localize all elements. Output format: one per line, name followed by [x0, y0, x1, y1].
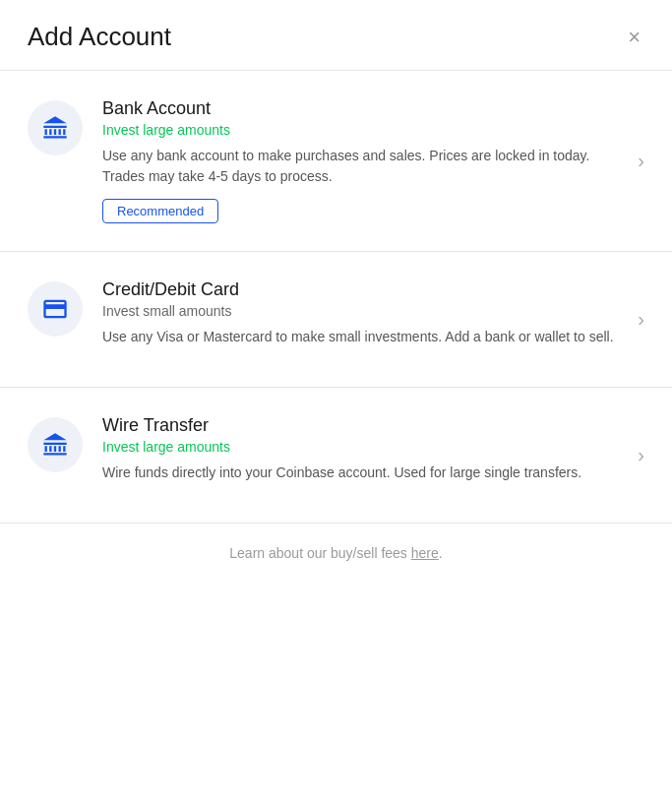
- item-description: Use any bank account to make purchases a…: [102, 146, 626, 187]
- accounts-list: Bank AccountInvest large amountsUse any …: [0, 71, 672, 524]
- close-button[interactable]: ×: [624, 23, 644, 52]
- chevron-right-icon: ›: [638, 308, 644, 331]
- account-item-bank-account[interactable]: Bank AccountInvest large amountsUse any …: [0, 71, 672, 252]
- account-item-credit-debit[interactable]: Credit/Debit CardInvest small amountsUse…: [0, 252, 672, 388]
- item-content: Bank AccountInvest large amountsUse any …: [102, 98, 626, 223]
- item-content: Wire TransferInvest large amountsWire fu…: [102, 415, 626, 495]
- account-item-wire-transfer[interactable]: Wire TransferInvest large amountsWire fu…: [0, 388, 672, 524]
- item-title: Wire Transfer: [102, 415, 626, 436]
- item-title: Credit/Debit Card: [102, 279, 626, 300]
- footer: Learn about our buy/sell fees here.: [0, 524, 672, 583]
- footer-period: .: [439, 545, 443, 561]
- item-subtitle: Invest large amounts: [102, 439, 626, 455]
- item-description: Wire funds directly into your Coinbase a…: [102, 463, 626, 483]
- footer-link[interactable]: here: [411, 545, 439, 561]
- modal-header: Add Account ×: [0, 0, 672, 71]
- item-subtitle: Invest small amounts: [102, 303, 626, 319]
- recommended-badge: Recommended: [102, 199, 218, 223]
- item-content: Credit/Debit CardInvest small amountsUse…: [102, 279, 626, 359]
- page-title: Add Account: [28, 22, 171, 52]
- chevron-right-icon: ›: [638, 444, 644, 466]
- bank-icon: [28, 417, 83, 472]
- bank-icon: [28, 100, 83, 155]
- item-subtitle: Invest large amounts: [102, 122, 626, 138]
- footer-text: Learn about our buy/sell fees: [229, 545, 410, 561]
- chevron-right-icon: ›: [638, 150, 644, 172]
- item-description: Use any Visa or Mastercard to make small…: [102, 327, 626, 347]
- item-title: Bank Account: [102, 98, 626, 119]
- card-icon: [28, 281, 83, 337]
